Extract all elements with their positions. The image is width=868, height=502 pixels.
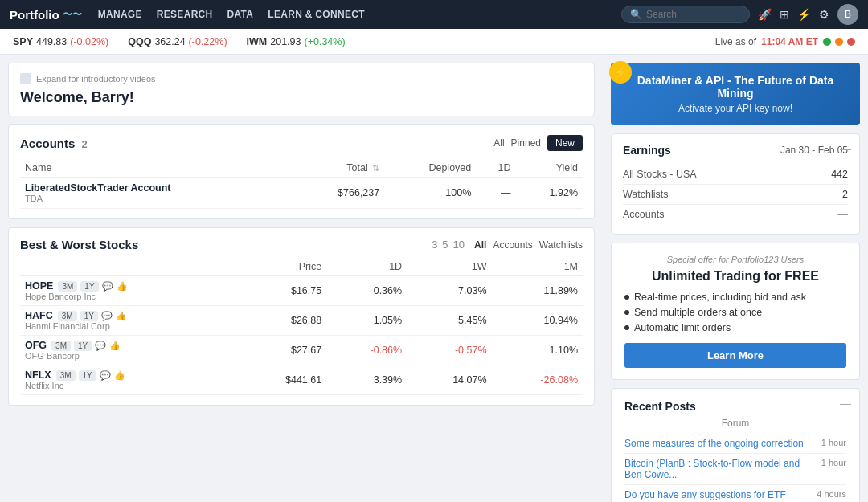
status-dots [823, 38, 855, 46]
bullet-0: Real-time prices, including bid and ask [624, 292, 846, 303]
badge-1y[interactable]: 1Y [79, 370, 96, 381]
col-name: Name [20, 159, 293, 178]
earnings-val-0: 442 [831, 169, 848, 180]
bw-price: $441.61 [237, 365, 326, 395]
nav-data[interactable]: DATA [227, 9, 254, 20]
ticker-spy[interactable]: SPY 449.83 (-0.02%) [13, 36, 108, 47]
rocket-icon[interactable]: 🚀 [758, 8, 772, 21]
settings-icon[interactable]: ⚙ [819, 8, 829, 21]
accounts-actions: All Pinned New [493, 135, 583, 151]
bw-price: $27.67 [237, 336, 326, 365]
promo-banner[interactable]: ⚡ DataMiner & API - The Future of Data M… [611, 63, 860, 125]
thumbs-up-icon[interactable]: 👍 [114, 370, 125, 381]
live-time: 11:04 AM ET [761, 36, 818, 47]
nav-learn-connect[interactable]: LEARN & CONNECT [268, 9, 365, 20]
bullet-dot-0 [624, 295, 629, 300]
bw-filter-watchlists[interactable]: Watchlists [539, 239, 583, 251]
bw-num-5[interactable]: 5 [442, 239, 448, 251]
stock-sym: HAFC [25, 310, 53, 321]
badge-3m[interactable]: 3M [56, 370, 76, 381]
ticker-qqq-sym: QQQ [128, 36, 151, 47]
ticker-qqq-price: 362.24 [154, 36, 185, 47]
bw-cell-name: HAFC 3M 1Y 💬 👍 Hanmi Financial Corp [20, 306, 237, 336]
stock-sym: NFLX [25, 369, 51, 381]
earnings-label-1: Watchlists [623, 189, 669, 200]
chat-icon[interactable]: 💬 [95, 341, 106, 351]
bw-num-3[interactable]: 3 [432, 239, 437, 251]
logo: Portfolio 〜〜 [10, 8, 82, 22]
dot-green [823, 38, 831, 46]
ticker-iwm[interactable]: IWM 201.93 (+0.34%) [247, 36, 346, 47]
forum-label: Forum [624, 418, 846, 429]
bw-col-1m: 1M [492, 258, 583, 276]
learn-more-button[interactable]: Learn More [624, 343, 846, 368]
lightning-badge: ⚡ [609, 61, 632, 84]
bw-title: Best & Worst Stocks [20, 238, 432, 251]
search-box[interactable]: 🔍 [621, 6, 750, 23]
thumbs-up-icon[interactable]: 👍 [109, 341, 121, 351]
bw-col-price: Price [237, 258, 326, 276]
badge-1y[interactable]: 1Y [74, 341, 92, 351]
badge-3m[interactable]: 3M [58, 311, 77, 321]
account-deployed: 100% [384, 178, 476, 209]
stock-sub: Netflix Inc [25, 381, 232, 390]
account-yield: 1.92% [515, 178, 583, 209]
post-text-2[interactable]: Do you have any suggestions for ETF rota… [624, 489, 810, 502]
post-text-1[interactable]: Bitcoin (PlanB : Stock-to-Flow model and… [624, 458, 815, 480]
recent-posts-title: Recent Posts [624, 400, 846, 413]
badge-3m[interactable]: 3M [58, 281, 77, 292]
accounts-new-button[interactable]: New [547, 135, 583, 151]
accounts-pinned-filter[interactable]: Pinned [511, 137, 541, 149]
chat-icon[interactable]: 💬 [100, 370, 111, 381]
bw-row: NFLX 3M 1Y 💬 👍 Netflix Inc $441.61 3.39%… [20, 365, 583, 395]
bw-filter-all[interactable]: All [474, 239, 486, 251]
bw-num-10[interactable]: 10 [453, 239, 465, 251]
expand-bar[interactable]: Expand for introductory videos [20, 73, 583, 84]
bw-col-1d: 1D [326, 258, 407, 276]
col-1d: 1D [476, 159, 515, 178]
bw-cell-name: OFG 3M 1Y 💬 👍 OFG Bancorp [20, 336, 237, 365]
bw-filter-accounts[interactable]: Accounts [493, 239, 532, 251]
bw-cell-name: HOPE 3M 1Y 💬 👍 Hope Bancorp Inc [20, 276, 237, 306]
ticker-spy-price: 449.83 [36, 36, 67, 47]
bw-header: Best & Worst Stocks 3 5 10 All Accounts … [20, 238, 583, 251]
badge-3m[interactable]: 3M [51, 341, 71, 351]
post-time-0: 1 hour [821, 438, 846, 449]
badge-1y[interactable]: 1Y [80, 311, 98, 321]
bw-nums: 3 5 10 [432, 239, 465, 251]
badge-1y[interactable]: 1Y [80, 281, 98, 292]
unlimited-special: Special offer for Portfolio123 Users [624, 255, 846, 264]
bw-col-1w: 1W [407, 258, 491, 276]
account-total: $766,237 [293, 178, 384, 209]
ticker-qqq[interactable]: QQQ 362.24 (-0.22%) [128, 36, 227, 47]
nav-right: 🔍 🚀 ⊞ ⚡ ⚙ B [621, 4, 858, 25]
bw-1m: -26.08% [492, 365, 583, 395]
stock-sym: HOPE [25, 280, 53, 292]
bw-cell-name: NFLX 3M 1Y 💬 👍 Netflix Inc [20, 365, 237, 395]
bw-row: HOPE 3M 1Y 💬 👍 Hope Bancorp Inc $16.75 0… [20, 276, 583, 306]
earnings-close-icon[interactable]: — [840, 142, 851, 155]
thumbs-up-icon[interactable]: 👍 [117, 281, 128, 292]
lightning-icon[interactable]: ⚡ [797, 8, 811, 21]
bullet-1: Send multiple orders at once [624, 307, 846, 318]
nav-research[interactable]: RESEARCH [157, 9, 213, 20]
accounts-all-filter[interactable]: All [493, 137, 504, 149]
recent-posts-close-icon[interactable]: — [840, 397, 851, 410]
nav-manage[interactable]: MANAGE [98, 9, 142, 20]
ticker-spy-change: (-0.02%) [70, 36, 108, 47]
chat-icon[interactable]: 💬 [101, 311, 113, 321]
search-input[interactable] [646, 9, 743, 20]
chat-icon[interactable]: 💬 [102, 281, 113, 292]
stock-sub: Hanmi Financial Corp [25, 321, 232, 331]
bw-filters: All Accounts Watchlists [474, 239, 583, 251]
thumbs-up-icon[interactable]: 👍 [116, 311, 127, 321]
unlimited-close-icon[interactable]: — [840, 251, 851, 264]
bw-row: HAFC 3M 1Y 💬 👍 Hanmi Financial Corp $26.… [20, 306, 583, 336]
post-text-0[interactable]: Some measures of the ongoing correction [624, 438, 815, 449]
earnings-row-watchlists: Watchlists 2 [623, 185, 848, 205]
stock-sub: OFG Bancorp [25, 351, 232, 361]
earnings-header: Earnings Jan 30 - Feb 05 [623, 144, 848, 157]
earnings-row-accounts: Accounts — [623, 205, 848, 224]
avatar[interactable]: B [837, 4, 858, 25]
grid-icon[interactable]: ⊞ [780, 8, 789, 21]
